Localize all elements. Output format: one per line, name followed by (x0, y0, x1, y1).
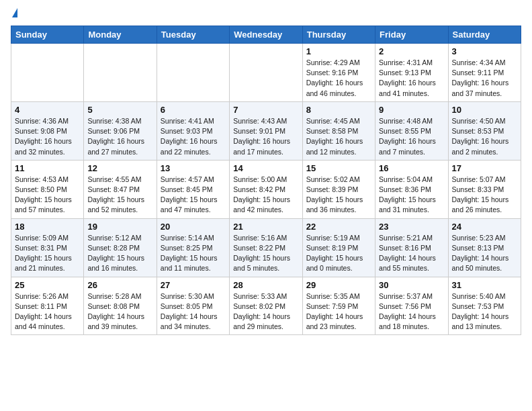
day-number: 8 (306, 105, 371, 115)
day-number: 11 (15, 163, 80, 173)
day-info: Sunrise: 5:23 AM Sunset: 8:13 PM Dayligh… (452, 233, 517, 274)
day-number: 19 (87, 222, 152, 232)
day-info: Sunrise: 5:26 AM Sunset: 8:11 PM Dayligh… (15, 291, 80, 332)
day-info: Sunrise: 5:04 AM Sunset: 8:36 PM Dayligh… (379, 175, 444, 216)
day-number: 2 (379, 46, 444, 56)
calendar-header-row: SundayMondayTuesdayWednesdayThursdayFrid… (11, 26, 521, 44)
calendar-week-row: 11Sunrise: 4:53 AM Sunset: 8:50 PM Dayli… (11, 160, 521, 218)
day-number: 27 (161, 280, 226, 290)
column-header-friday: Friday (375, 26, 448, 44)
day-info: Sunrise: 5:14 AM Sunset: 8:25 PM Dayligh… (161, 233, 226, 274)
calendar-cell: 10Sunrise: 4:50 AM Sunset: 8:53 PM Dayli… (448, 101, 521, 160)
calendar-week-row: 1Sunrise: 4:29 AM Sunset: 9:16 PM Daylig… (11, 44, 521, 102)
calendar-cell: 8Sunrise: 4:45 AM Sunset: 8:58 PM Daylig… (302, 101, 375, 160)
calendar-cell: 31Sunrise: 5:40 AM Sunset: 7:53 PM Dayli… (448, 277, 521, 335)
day-info: Sunrise: 4:43 AM Sunset: 9:01 PM Dayligh… (233, 116, 298, 157)
day-number: 25 (15, 280, 80, 290)
day-info: Sunrise: 4:34 AM Sunset: 9:11 PM Dayligh… (452, 58, 517, 99)
day-number: 18 (15, 222, 80, 232)
calendar-cell: 27Sunrise: 5:30 AM Sunset: 8:05 PM Dayli… (157, 277, 229, 335)
calendar-cell: 25Sunrise: 5:26 AM Sunset: 8:11 PM Dayli… (11, 277, 84, 335)
column-header-thursday: Thursday (302, 26, 375, 44)
calendar-cell (157, 44, 229, 102)
calendar-cell: 1Sunrise: 4:29 AM Sunset: 9:16 PM Daylig… (302, 44, 375, 102)
day-info: Sunrise: 5:07 AM Sunset: 8:33 PM Dayligh… (452, 175, 517, 216)
day-info: Sunrise: 4:38 AM Sunset: 9:06 PM Dayligh… (87, 116, 152, 157)
day-number: 16 (379, 163, 444, 173)
day-info: Sunrise: 5:21 AM Sunset: 8:16 PM Dayligh… (379, 233, 444, 274)
calendar-cell: 29Sunrise: 5:35 AM Sunset: 7:59 PM Dayli… (302, 277, 375, 335)
day-info: Sunrise: 4:29 AM Sunset: 9:16 PM Dayligh… (306, 58, 371, 99)
calendar-cell (230, 44, 302, 102)
day-number: 4 (15, 105, 80, 115)
day-info: Sunrise: 4:45 AM Sunset: 8:58 PM Dayligh… (306, 116, 371, 157)
day-info: Sunrise: 5:35 AM Sunset: 7:59 PM Dayligh… (306, 291, 371, 332)
calendar-cell: 7Sunrise: 4:43 AM Sunset: 9:01 PM Daylig… (230, 101, 302, 160)
calendar-week-row: 4Sunrise: 4:36 AM Sunset: 9:08 PM Daylig… (11, 101, 521, 160)
day-number: 10 (452, 105, 517, 115)
calendar-cell: 19Sunrise: 5:12 AM Sunset: 8:28 PM Dayli… (84, 218, 157, 277)
day-info: Sunrise: 5:30 AM Sunset: 8:05 PM Dayligh… (161, 291, 226, 332)
day-number: 17 (452, 163, 517, 173)
day-info: Sunrise: 5:37 AM Sunset: 7:56 PM Dayligh… (379, 291, 444, 332)
calendar-cell: 26Sunrise: 5:28 AM Sunset: 8:08 PM Dayli… (84, 277, 157, 335)
day-info: Sunrise: 4:41 AM Sunset: 9:03 PM Dayligh… (161, 116, 226, 157)
day-number: 20 (161, 222, 226, 232)
day-number: 31 (452, 280, 517, 290)
calendar-cell: 17Sunrise: 5:07 AM Sunset: 8:33 PM Dayli… (448, 160, 521, 218)
day-number: 29 (306, 280, 371, 290)
day-number: 26 (87, 280, 152, 290)
column-header-sunday: Sunday (11, 26, 84, 44)
calendar-table: SundayMondayTuesdayWednesdayThursdayFrid… (11, 26, 521, 335)
day-info: Sunrise: 5:40 AM Sunset: 7:53 PM Dayligh… (452, 291, 517, 332)
calendar-cell: 13Sunrise: 4:57 AM Sunset: 8:45 PM Dayli… (157, 160, 229, 218)
day-info: Sunrise: 4:48 AM Sunset: 8:55 PM Dayligh… (379, 116, 444, 157)
day-number: 21 (233, 222, 298, 232)
logo (11, 11, 17, 17)
calendar-cell: 4Sunrise: 4:36 AM Sunset: 9:08 PM Daylig… (11, 101, 84, 160)
calendar-week-row: 25Sunrise: 5:26 AM Sunset: 8:11 PM Dayli… (11, 277, 521, 335)
day-info: Sunrise: 4:55 AM Sunset: 8:47 PM Dayligh… (87, 175, 152, 216)
calendar-cell: 28Sunrise: 5:33 AM Sunset: 8:02 PM Dayli… (230, 277, 302, 335)
calendar-cell: 11Sunrise: 4:53 AM Sunset: 8:50 PM Dayli… (11, 160, 84, 218)
day-info: Sunrise: 5:16 AM Sunset: 8:22 PM Dayligh… (233, 233, 298, 274)
day-number: 14 (233, 163, 298, 173)
page-header (11, 11, 521, 17)
calendar-cell: 14Sunrise: 5:00 AM Sunset: 8:42 PM Dayli… (230, 160, 302, 218)
day-info: Sunrise: 4:31 AM Sunset: 9:13 PM Dayligh… (379, 58, 444, 99)
column-header-tuesday: Tuesday (157, 26, 229, 44)
calendar-cell: 23Sunrise: 5:21 AM Sunset: 8:16 PM Dayli… (375, 218, 448, 277)
calendar-cell: 15Sunrise: 5:02 AM Sunset: 8:39 PM Dayli… (302, 160, 375, 218)
calendar-cell: 5Sunrise: 4:38 AM Sunset: 9:06 PM Daylig… (84, 101, 157, 160)
day-number: 5 (87, 105, 152, 115)
column-header-wednesday: Wednesday (230, 26, 302, 44)
calendar-cell: 16Sunrise: 5:04 AM Sunset: 8:36 PM Dayli… (375, 160, 448, 218)
calendar-cell: 21Sunrise: 5:16 AM Sunset: 8:22 PM Dayli… (230, 218, 302, 277)
day-number: 7 (233, 105, 298, 115)
day-info: Sunrise: 4:50 AM Sunset: 8:53 PM Dayligh… (452, 116, 517, 157)
day-number: 24 (452, 222, 517, 232)
day-number: 12 (87, 163, 152, 173)
day-info: Sunrise: 5:33 AM Sunset: 8:02 PM Dayligh… (233, 291, 298, 332)
day-info: Sunrise: 4:53 AM Sunset: 8:50 PM Dayligh… (15, 175, 80, 216)
day-number: 3 (452, 46, 517, 56)
calendar-cell: 3Sunrise: 4:34 AM Sunset: 9:11 PM Daylig… (448, 44, 521, 102)
day-number: 22 (306, 222, 371, 232)
calendar-cell (84, 44, 157, 102)
day-number: 30 (379, 280, 444, 290)
calendar-cell: 6Sunrise: 4:41 AM Sunset: 9:03 PM Daylig… (157, 101, 229, 160)
day-info: Sunrise: 5:12 AM Sunset: 8:28 PM Dayligh… (87, 233, 152, 274)
day-number: 6 (161, 105, 226, 115)
day-number: 23 (379, 222, 444, 232)
day-number: 28 (233, 280, 298, 290)
day-info: Sunrise: 5:00 AM Sunset: 8:42 PM Dayligh… (233, 175, 298, 216)
column-header-saturday: Saturday (448, 26, 521, 44)
column-header-monday: Monday (84, 26, 157, 44)
day-number: 9 (379, 105, 444, 115)
calendar-cell (11, 44, 84, 102)
day-info: Sunrise: 5:19 AM Sunset: 8:19 PM Dayligh… (306, 233, 371, 274)
day-info: Sunrise: 5:28 AM Sunset: 8:08 PM Dayligh… (87, 291, 152, 332)
calendar-cell: 30Sunrise: 5:37 AM Sunset: 7:56 PM Dayli… (375, 277, 448, 335)
day-number: 13 (161, 163, 226, 173)
calendar-cell: 2Sunrise: 4:31 AM Sunset: 9:13 PM Daylig… (375, 44, 448, 102)
